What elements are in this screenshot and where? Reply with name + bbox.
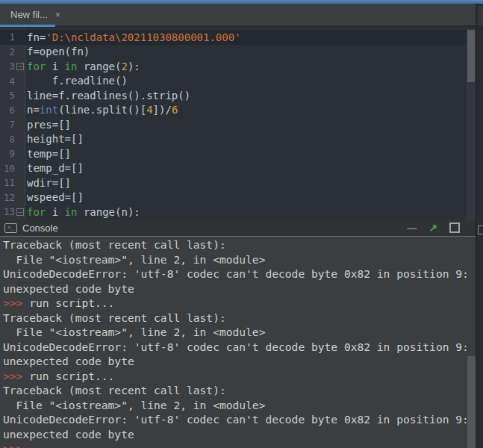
console-panel: >_ Console — ↗ Traceback (most recent ca…: [0, 220, 476, 448]
console-actions: — ↗: [407, 223, 460, 233]
console-scrollbar-thumb[interactable]: [467, 356, 476, 448]
console-line: Traceback (most recent call last):: [3, 383, 476, 398]
code-line: 1fn='D:\ncldata\20211030800001.000': [0, 30, 467, 45]
tab-new-file[interactable]: New fil... ×: [0, 4, 69, 25]
code-text: for i in range(n):: [27, 206, 140, 218]
console-line: File "<iostream>", line 2, in <module>: [3, 252, 476, 267]
line-number: 12: [0, 192, 15, 203]
code-text: f=open(fn): [27, 46, 90, 57]
code-text: temp_d=[]: [27, 162, 84, 174]
tab-label: New fil...: [10, 9, 48, 20]
tab-close-icon[interactable]: ×: [55, 10, 60, 19]
console-prompt: >>>: [3, 442, 22, 448]
line-number: 7: [0, 119, 15, 130]
code-line: 2f=open(fn): [0, 45, 467, 60]
editor-scrollbar-thumb[interactable]: [467, 30, 475, 82]
code-line: 8height=[]: [0, 132, 467, 147]
console-line: >>>: [3, 441, 476, 448]
editor-scrollbar[interactable]: [467, 28, 476, 220]
fold-spacer: [15, 34, 25, 40]
console-line: UnicodeDecodeError: 'utf-8' codec can't …: [3, 267, 476, 281]
console-line: Traceback (most recent call last):: [3, 311, 476, 326]
console-prompt: >>>: [3, 370, 22, 382]
active-tab-underline: [0, 25, 55, 27]
console-line: unexpected code byte: [3, 427, 476, 442]
line-number: 10: [0, 163, 15, 174]
code-line: 6n=int(line.split()[4])/6: [0, 103, 467, 118]
line-number: 1: [0, 31, 15, 43]
line-number: 13: [0, 206, 15, 217]
code-line: 9temp=[]: [0, 146, 467, 161]
code-line: 10temp_d=[]: [0, 161, 467, 176]
restore-window-icon[interactable]: ↗: [429, 223, 437, 233]
code-text: line=f.readlines().strip(): [27, 90, 190, 102]
console-line: File "<iostream>", line 2, in <module>: [3, 398, 476, 413]
adjacent-panel-icon: [478, 225, 483, 234]
code-text: n=int(line.split()[4])/6: [27, 104, 178, 116]
fold-spacer: [15, 107, 25, 113]
code-editor[interactable]: 1fn='D:\ncldata\20211030800001.000'2f=op…: [0, 28, 467, 220]
fold-spacer: [15, 179, 25, 186]
code-text: wdir=[]: [27, 177, 71, 189]
line-number: 11: [0, 177, 15, 188]
console-line: File "<iostream>", line 2, in <module>: [3, 325, 476, 340]
console-title: Console: [22, 223, 407, 234]
console-header: >_ Console — ↗: [0, 220, 476, 237]
fold-collapse-icon[interactable]: [15, 208, 25, 215]
fold-spacer: [15, 165, 25, 172]
maximize-icon[interactable]: [449, 223, 460, 233]
console-lines-container: Traceback (most recent call last): File …: [3, 237, 476, 448]
console-output[interactable]: Traceback (most recent call last): File …: [0, 237, 476, 448]
line-number: 9: [0, 148, 15, 159]
console-line: >>> run script...: [3, 296, 476, 311]
code-line: 4 f.readline(): [0, 74, 467, 89]
console-line: Traceback (most recent call last):: [3, 237, 476, 252]
code-line: 5line=f.readlines().strip(): [0, 88, 467, 103]
code-line: 3for i in range(2):: [0, 59, 467, 74]
fold-spacer: [15, 136, 25, 143]
right-panel-edge: [476, 4, 483, 448]
code-line: 11wdir=[]: [0, 175, 467, 190]
code-text: temp=[]: [27, 148, 71, 160]
code-text: wspeed=[]: [27, 191, 84, 203]
line-number: 2: [0, 46, 15, 57]
line-number: 4: [0, 75, 15, 87]
line-number: 8: [0, 134, 15, 145]
fold-spacer: [15, 78, 25, 84]
fold-spacer: [15, 121, 25, 128]
fold-collapse-icon[interactable]: [15, 63, 25, 69]
code-text: f.readline(): [27, 75, 128, 87]
adjacent-panel-tab-sliver: [478, 6, 483, 25]
console-line: UnicodeDecodeError: 'utf-8' codec can't …: [3, 340, 476, 355]
ide-window: New fil... × 1fn='D:\ncldata\20211030800…: [0, 0, 483, 448]
console-prompt: >>>: [3, 296, 22, 309]
code-lines-container: 1fn='D:\ncldata\20211030800001.000'2f=op…: [0, 28, 467, 220]
fold-spacer: [15, 150, 25, 157]
console-line: unexpected code byte: [3, 354, 476, 369]
code-line: 12wspeed=[]: [0, 190, 467, 205]
editor-tab-bar: New fil... ×: [0, 4, 476, 27]
line-number: 6: [0, 105, 15, 116]
minimize-icon[interactable]: —: [407, 223, 417, 233]
code-text: for i in range(2):: [27, 60, 140, 72]
fold-spacer: [15, 92, 25, 99]
fold-spacer: [15, 194, 25, 201]
code-text: fn='D:\ncldata\20211030800001.000': [27, 31, 241, 43]
code-line: 7pres=[]: [0, 117, 467, 132]
fold-spacer: [15, 49, 25, 55]
console-line: >>> run script...: [3, 369, 476, 384]
console-line: UnicodeDecodeError: 'utf-8' codec can't …: [3, 412, 476, 427]
code-text: pres=[]: [27, 119, 71, 131]
line-number: 5: [0, 90, 15, 101]
console-line: unexpected code byte: [3, 281, 476, 296]
code-text: height=[]: [27, 133, 84, 145]
line-number: 3: [0, 60, 15, 72]
terminal-icon: >_: [4, 223, 17, 233]
code-line: 13for i in range(n):: [0, 205, 467, 220]
